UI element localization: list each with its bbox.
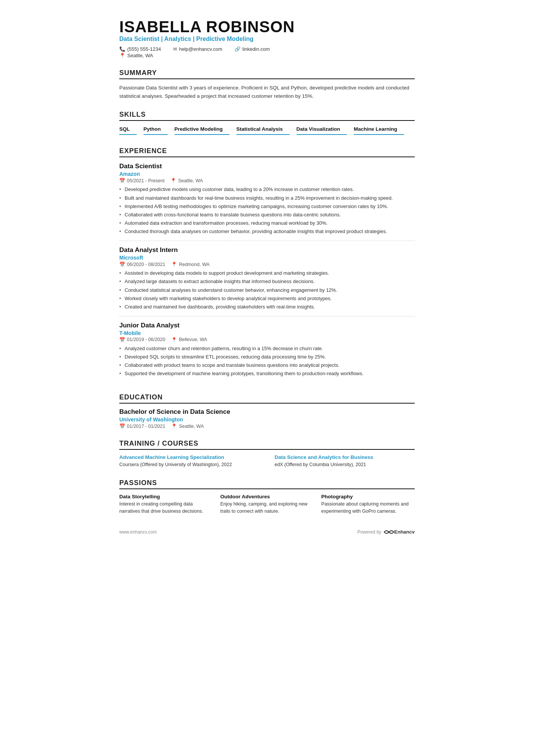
job-meta: 📅 06/2020 - 08/2021 📍 Redmond, WA (119, 261, 415, 267)
company-name: Amazon (119, 171, 415, 177)
location-icon: 📍 (171, 423, 177, 429)
location-icon: 📍 (171, 337, 177, 343)
skill-item: Data Visualization (297, 125, 347, 135)
training-item-title: Data Science and Analytics for Business (275, 454, 415, 460)
location-row: 📍 Seattle, WA (119, 53, 415, 58)
phone-value: (555) 555-1234 (127, 46, 161, 52)
passion-title: Photography (321, 494, 415, 499)
training-item: Data Science and Analytics for Businesse… (275, 454, 415, 468)
training-grid: Advanced Machine Learning Specialization… (119, 454, 415, 468)
passions-grid: Data StorytellingInterest in creating co… (119, 494, 415, 515)
job-bullets: Developed predictive models using custom… (119, 186, 415, 235)
passion-desc: Passionate about capturing moments and e… (321, 501, 415, 515)
bullet-item: Collaborated with product teams to scope… (119, 362, 415, 369)
passion-desc: Enjoy hiking, camping, and exploring new… (220, 501, 314, 515)
linkedin-contact: 🔗 linkedin.com (234, 46, 270, 52)
location-icon: 📍 (171, 261, 177, 267)
phone-contact: 📞 (555) 555-1234 (119, 46, 161, 52)
skill-item: Python (144, 125, 168, 135)
skills-title: SKILLS (119, 111, 415, 121)
training-item-desc: Coursera (Offered by University of Washi… (119, 461, 259, 468)
skills-list: SQLPythonPredictive ModelingStatistical … (119, 125, 415, 136)
passion-item: PhotographyPassionate about capturing mo… (321, 494, 415, 515)
edu-date: 📅 01/2017 - 01/2021 (119, 423, 165, 429)
footer-brand: Powered by Enhancv (357, 529, 415, 535)
brand-logo: Enhancv (384, 529, 415, 535)
skill-item: Machine Learning (354, 125, 404, 135)
enhancv-logo-svg (384, 529, 394, 535)
job-location: 📍 Bellevue, WA (171, 337, 207, 343)
jobs-container: Data ScientistAmazon 📅 05/2021 - Present… (119, 163, 415, 383)
passion-title: Outdoor Adventures (220, 494, 314, 499)
job-block: Junior Data AnalystT-Mobile 📅 01/2019 - … (119, 322, 415, 383)
calendar-icon: 📅 (119, 178, 125, 183)
passion-title: Data Storytelling (119, 494, 213, 499)
summary-section: SUMMARY Passionate Data Scientist with 3… (119, 69, 415, 100)
passion-item: Data StorytellingInterest in creating co… (119, 494, 213, 515)
email-contact: ✉ help@enhancv.com (173, 46, 222, 52)
training-section: TRAINING / COURSES Advanced Machine Lear… (119, 440, 415, 468)
passions-section: PASSIONS Data StorytellingInterest in cr… (119, 479, 415, 515)
job-date: 📅 06/2020 - 08/2021 (119, 261, 165, 267)
bullet-item: Worked closely with marketing stakeholde… (119, 295, 415, 302)
job-block: Data ScientistAmazon 📅 05/2021 - Present… (119, 163, 415, 241)
job-date: 📅 05/2021 - Present (119, 178, 164, 183)
edu-meta: 📅 01/2017 - 01/2021 📍 Seattle, WA (119, 423, 415, 429)
linkedin-icon: 🔗 (234, 46, 240, 52)
brand-name: Enhancv (394, 529, 415, 535)
location-contact: 📍 Seattle, WA (119, 53, 153, 58)
passion-desc: Interest in creating compelling data nar… (119, 501, 213, 515)
location-value: Seattle, WA (127, 53, 153, 58)
passion-item: Outdoor AdventuresEnjoy hiking, camping,… (220, 494, 314, 515)
job-title: Data Scientist | Analytics | Predictive … (119, 36, 415, 42)
job-bullets: Assisted in developing data models to su… (119, 269, 415, 311)
website: www.enhancv.com (119, 529, 157, 535)
skill-item: SQL (119, 125, 137, 135)
full-name: ISABELLA ROBINSON (119, 18, 415, 36)
job-bullets: Analyzed customer churn and retention pa… (119, 345, 415, 378)
job-date: 📅 01/2019 - 06/2020 (119, 337, 165, 343)
skill-item: Predictive Modeling (175, 125, 230, 135)
email-value: help@enhancv.com (179, 46, 222, 52)
experience-title: EXPERIENCE (119, 147, 415, 157)
calendar-icon: 📅 (119, 337, 125, 343)
job-position-title: Data Scientist (119, 163, 415, 170)
bullet-item: Implemented A/B testing methodologies to… (119, 203, 415, 210)
bullet-item: Analyzed customer churn and retention pa… (119, 345, 415, 352)
footer: www.enhancv.com Powered by Enhancv (119, 529, 415, 535)
job-block: Data Analyst InternMicrosoft 📅 06/2020 -… (119, 246, 415, 316)
bullet-item: Developed predictive models using custom… (119, 186, 415, 193)
summary-text: Passionate Data Scientist with 3 years o… (119, 84, 415, 100)
job-location: 📍 Redmond, WA (171, 261, 209, 267)
bullet-item: Built and maintained dashboards for real… (119, 194, 415, 202)
email-icon: ✉ (173, 46, 177, 52)
training-item: Advanced Machine Learning Specialization… (119, 454, 259, 468)
contact-row: 📞 (555) 555-1234 ✉ help@enhancv.com 🔗 li… (119, 46, 415, 52)
skills-section: SKILLS SQLPythonPredictive ModelingStati… (119, 111, 415, 136)
education-title: EDUCATION (119, 393, 415, 404)
skill-item: Statistical Analysis (236, 125, 290, 135)
job-meta: 📅 05/2021 - Present 📍 Seattle, WA (119, 178, 415, 183)
bullet-item: Automated data extraction and transforma… (119, 219, 415, 227)
bullet-item: Conducted statistical analyses to unders… (119, 286, 415, 294)
bullet-item: Conducted thorough data analyses on cust… (119, 228, 415, 235)
education-section: EDUCATION Bachelor of Science in Data Sc… (119, 393, 415, 429)
company-name: T-Mobile (119, 330, 415, 336)
job-position-title: Data Analyst Intern (119, 246, 415, 254)
experience-section: EXPERIENCE Data ScientistAmazon 📅 05/202… (119, 147, 415, 383)
job-meta: 📅 01/2019 - 06/2020 📍 Bellevue, WA (119, 337, 415, 343)
location-icon: 📍 (119, 53, 125, 58)
training-item-title: Advanced Machine Learning Specialization (119, 454, 259, 460)
edu-location: 📍 Seattle, WA (171, 423, 204, 429)
bullet-item: Supported the development of machine lea… (119, 370, 415, 377)
job-location: 📍 Seattle, WA (170, 178, 203, 183)
calendar-icon: 📅 (119, 423, 125, 429)
header: ISABELLA ROBINSON Data Scientist | Analy… (119, 18, 415, 58)
powered-by-text: Powered by (357, 529, 381, 535)
training-title: TRAINING / COURSES (119, 440, 415, 450)
job-position-title: Junior Data Analyst (119, 322, 415, 329)
phone-icon: 📞 (119, 46, 125, 52)
company-name: Microsoft (119, 255, 415, 261)
location-icon: 📍 (170, 178, 176, 183)
bullet-item: Analyzed large datasets to extract actio… (119, 278, 415, 285)
